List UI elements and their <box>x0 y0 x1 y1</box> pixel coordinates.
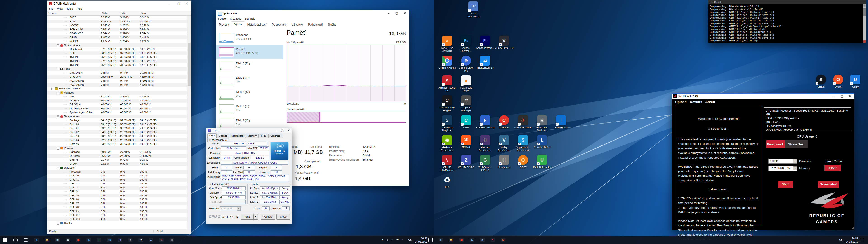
tray-icon[interactable]: ♪ <box>392 238 393 241</box>
desktop-icon-vegas-pro-15-0[interactable]: V↗VEGAS Pro 15.0 <box>495 36 514 50</box>
sensor-row[interactable]: ····Core #533 °C (91 °F)30 °C (86 °F)80 … <box>47 142 187 146</box>
desktop-icon-cpuid-hwmonitor[interactable]: ϟ↗CPUID HWMonitor <box>438 155 457 172</box>
tab-mainboard[interactable]: Mainboard <box>230 133 246 138</box>
memory-select[interactable]: Up to 16GB RAM▼ <box>768 166 798 171</box>
expander-icon[interactable]: − <box>57 68 59 70</box>
desktop-icon-3dmark[interactable]: 3D↗3DMark <box>457 135 475 149</box>
sensor-row[interactable]: ····CPU #40 %0 %100 % <box>47 189 187 194</box>
sensor-row[interactable]: ····CPU #00 %0 %100 % <box>47 174 187 178</box>
sensor-row[interactable]: ····CPU #83 %0 %100 % <box>47 205 187 209</box>
desktop-icon-7-zip-file-manager[interactable]: 7z↗7-Zip File Manager <box>457 95 475 112</box>
menu-results[interactable]: Results <box>690 99 702 105</box>
realbench-titlebar[interactable]: RealBench 2.43 – ▢ ✕ <box>672 94 854 99</box>
desktop-icon-msi-afterburner[interactable]: ✈↗MSI Afterburner <box>514 115 532 129</box>
desktop-icon-origin[interactable]: O↗Origin <box>829 74 848 88</box>
sensor-row[interactable]: ····Processor0 %0 %100 % <box>47 170 187 174</box>
desktop-icon-corsair-link-4[interactable]: L↗Corsair LINK 4 <box>532 135 552 149</box>
sensor-row[interactable]: ····TMPIN637 °C (98 °F)35 °C (95 °F)48 °… <box>47 59 187 63</box>
maximize-icon[interactable]: ▢ <box>175 1 183 6</box>
menu-about[interactable]: About <box>705 99 715 105</box>
tree-group-row[interactable]: −ϟVoltages <box>47 91 187 95</box>
sidebar-item-mem[interactable]: Paměť4,3/15,9 GB (27 %) <box>216 45 283 59</box>
hwmonitor-scrollbar[interactable] <box>187 16 191 229</box>
desktop-icon-iobit-uninstaller[interactable]: U↗IObit Uninstaller <box>532 155 552 169</box>
desktop-icon-corsair-utility-engine[interactable]: C↗Corsair Utility Engine <box>438 95 457 112</box>
task-view-button[interactable] <box>21 236 31 244</box>
sensor-row[interactable]: ····Package34 °C (93 °F)31 °C (87 °F)84 … <box>47 118 187 122</box>
resize-grip[interactable]: ◢ <box>852 226 854 229</box>
tree-group-row[interactable]: −✸Fans <box>47 67 187 71</box>
desktop-icon-techpowe-gpu-z[interactable]: G↗TechPowe... GPU-Z <box>475 155 495 172</box>
taskbar-app-icon[interactable]: Ps <box>104 236 114 244</box>
sensor-row[interactable]: ····CPU #60 %0 %100 % <box>47 197 187 202</box>
sensor-row[interactable]: ····CPU #114 %0 %100 % <box>47 217 187 221</box>
cortana-search-button[interactable] <box>10 236 20 244</box>
expander-icon[interactable]: − <box>57 147 59 150</box>
tab-procesy[interactable]: Procesy <box>217 22 231 27</box>
taskbar-app-icon[interactable]: ϟ <box>488 236 498 244</box>
sensor-row[interactable]: ····+12V11.904 V11.712 V12.000 V <box>47 20 187 24</box>
sensor-row[interactable]: ····DRAM0.92 W0.90 W4.59 W <box>47 162 187 166</box>
desktop-icon-f-stream-tuning[interactable]: F↗F-Stream Tuning <box>475 115 495 129</box>
taskbar-app-icon[interactable]: ▤ <box>42 236 52 244</box>
sensor-row[interactable]: ····VCCST1.248 V1.232 V1.248 V <box>47 24 187 28</box>
tree-group-row[interactable]: −Utilization <box>47 166 187 170</box>
notification-center-icon[interactable] <box>428 238 433 242</box>
taskbar-app-icon[interactable]: ◉ <box>73 236 83 244</box>
taskbar-app-icon[interactable]: 7z <box>135 236 146 244</box>
sensor-row[interactable]: ····IA Cores26.69 W24.09 W211.16 W <box>47 154 187 158</box>
tree-group-row[interactable]: −Clocks <box>47 221 187 225</box>
taskbar-app-icon[interactable]: O <box>498 236 508 244</box>
benchmark-tab-button[interactable]: Benchmark <box>766 140 784 148</box>
tab-výkon[interactable]: Výkon <box>232 22 244 28</box>
desktop-icon-geforce-experience[interactable]: ◉↗GeForce Experience <box>438 135 457 152</box>
taskbar-app-icon[interactable]: e <box>436 236 446 244</box>
expander-icon[interactable]: − <box>57 116 59 118</box>
taskbar-app-icon[interactable]: Z <box>477 236 487 244</box>
sensor-row[interactable]: ····PCH +1.0V0.984 V0.976 V0.984 V <box>47 28 187 32</box>
tab-podrobnosti[interactable]: Podrobnosti <box>306 22 325 27</box>
taskbar-app-icon[interactable]: S <box>84 236 94 244</box>
taskbar-app-icon[interactable]: ◉ <box>457 236 467 244</box>
minimize-icon[interactable]: – <box>273 128 279 133</box>
desktop-icon-google-chrome[interactable]: ↗Google Chrome <box>438 56 457 69</box>
menu-help[interactable]: Help <box>74 7 84 11</box>
desktop-icon-acrobat-reader-dc[interactable]: A↗Acrobat Reader DC <box>438 75 457 92</box>
taskbar-app-icon[interactable]: ϟ <box>156 236 166 244</box>
desktop-icon-valley-benchma-[interactable]: V↗Valley Benchma... <box>495 135 514 152</box>
tray-icon[interactable]: ∧ <box>381 238 383 241</box>
close-icon[interactable]: ✕ <box>183 1 191 6</box>
duration-select[interactable]: 4 Hours▼ <box>768 159 798 163</box>
desktop-icon-uplay[interactable]: U↗Uplay <box>846 74 865 88</box>
selection-dropdown[interactable]: Socket #1 ▼ <box>220 207 241 211</box>
sensor-row[interactable]: ····CPU #10 %0 %100 % <box>47 178 187 182</box>
expander-icon[interactable]: − <box>57 92 59 94</box>
tab-spd[interactable]: SPD <box>259 133 268 138</box>
sensor-row[interactable]: ····CPU #90 %0 %100 % <box>47 209 187 214</box>
minimize-icon[interactable]: – <box>166 1 175 6</box>
close-icon[interactable]: ✕ <box>846 94 854 99</box>
taskbar-app-icon[interactable]: Z <box>146 236 156 244</box>
sensor-row[interactable]: ····Uncore3.37 W0.73 W8.19 W <box>47 158 187 162</box>
start-button[interactable]: Start <box>778 181 793 188</box>
desktop-icon-rivatuner-statistic-[interactable]: R↗RivaTuner Statistic... <box>532 115 552 132</box>
desktop-icon-adobe-premie-[interactable]: Pr↗Adobe Premie... <box>475 36 495 50</box>
column-header-sensor[interactable]: Sensor <box>47 12 56 15</box>
tree-group-row[interactable]: −Intel Core i7 8700K <box>47 87 187 91</box>
sidebar-item-disk-2[interactable]: Disk 0 (D:)0% <box>216 59 283 74</box>
sensor-row[interactable]: ····CPU #31 %0 %100 % <box>47 186 187 190</box>
desktop-icon-koš[interactable]: ♻Koš <box>438 175 457 189</box>
sensor-row[interactable]: ····CPU #50 %0 %100 % <box>47 194 187 198</box>
expander-icon[interactable]: − <box>51 88 54 90</box>
sensor-row[interactable]: ····System Agent Offset+0.000 V+0.000 V+… <box>47 111 187 115</box>
desktop-icon-cpuid-cpu-z[interactable]: Z↗CPUID CPU-Z <box>457 155 475 169</box>
sensor-row[interactable]: ····CPU #100 %0 %100 % <box>47 213 187 217</box>
tray-icon[interactable]: ○ <box>401 238 403 241</box>
tray-icon[interactable]: ⌂ <box>386 238 388 241</box>
tools-button[interactable]: Tools <box>241 214 254 220</box>
desktop-icon-cam[interactable]: C↗CAM <box>457 115 475 129</box>
maximize-icon[interactable]: ▢ <box>279 128 285 133</box>
tab-cpu[interactable]: CPU <box>207 133 217 138</box>
sidebar-item-disk-5[interactable]: Disk 3 (T:)0% <box>216 102 283 116</box>
tree-group-row[interactable]: −Temperatures <box>47 115 187 119</box>
